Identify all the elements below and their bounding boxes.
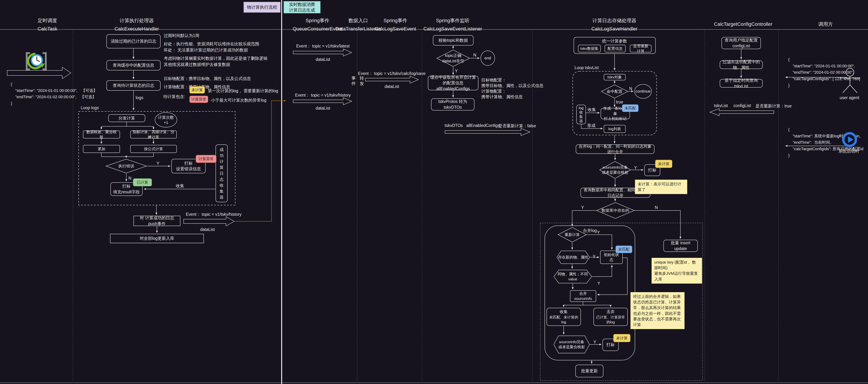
shape-sourceinfo-complete-2: sourceInfo完备 或者是聚合映射 xyxy=(553,335,590,354)
decision-hit-config: 命中配置 xyxy=(601,85,628,98)
node-push-event: 对 计算成功的日志 push事件 xyxy=(133,216,180,226)
half-divider xyxy=(281,0,282,384)
badge-uncalculated: 未计算 xyxy=(189,86,205,93)
edge-label-form: 形成 xyxy=(587,123,595,128)
edge-label-y: Y xyxy=(157,161,159,166)
edge-label-n: N xyxy=(629,86,632,91)
edge-label-collect: 收集 xyxy=(176,183,184,189)
controller-out-tskvlist: tskvList xyxy=(714,103,728,108)
note-config-detail: 目标物配置： 携带目标物、属性，以及公式信息 计算物配置： 携带计算物、属性信息 xyxy=(481,77,544,100)
note-unique-key: unique key (配置id， 数据时间) 避免多JVM运行导致重复入库 xyxy=(652,258,702,284)
node-batch-insert-update: 批量 insert update xyxy=(663,240,698,252)
note-repair: 其他情况就通过数据维护去修复数据 xyxy=(164,62,230,67)
edge-label-n: N xyxy=(655,205,658,210)
push-event-arrow xyxy=(184,217,234,226)
node-validate-topic: 校验topic和数据 xyxy=(433,35,473,46)
legend-realtime-label: 实时数据消费 计算日志生成 xyxy=(289,2,315,13)
node-continue: continue xyxy=(634,84,652,98)
event-history-topic-label: Event： topic = v1/tskv/history xyxy=(295,92,351,98)
node-get-enabled-configs: 缓存中获取所有开启计算的配置信息 allEnabledConfigs xyxy=(428,76,478,90)
task-params-json: { "startTime": "2024-01-01 00:00:00", 【可… xyxy=(11,81,97,107)
param-tskv-dataset: tskv数据集 xyxy=(578,45,601,52)
note-cons: 坏处： 无法重新计算过期的已计算成功的数据 xyxy=(164,47,248,53)
edge-label-y: Y xyxy=(597,230,600,235)
badge-uncalculated-3: 未计算 xyxy=(613,334,630,342)
badge-calculated: 已计算 xyxy=(133,178,152,186)
shape-new-attr: 存在新的物、属性 xyxy=(556,250,590,264)
param-recalc-flag: 是否重新计算 xyxy=(630,45,652,52)
event-save-payload-label: dataList xyxy=(384,84,399,89)
listener-out-configs: allEnabledConfigs xyxy=(466,123,500,128)
loop-logs-label: Loop logs xyxy=(81,106,99,110)
event-save-topic-label: Event： topic = v1/tskv/calc/log/save xyxy=(358,71,426,77)
node-merge-log: 合并log：同一配置、同一时刻的日志对象进行合并 xyxy=(576,144,654,154)
node-end: end xyxy=(480,51,495,66)
note-pros: 好处：执行性能、资源消耗可以维持在比较乐观范围 xyxy=(164,41,259,47)
lane-header-datatransferlistener: 数据入口DataTransferListener xyxy=(336,17,381,33)
decision-exists-in-db: 数据库中存在的 xyxy=(596,202,634,219)
edge-label-y: Y xyxy=(593,254,595,259)
loop-tskvlist-label: Loop tskvList xyxy=(575,65,599,70)
note-uncalculated-desc: 第一次计算的log， 需要重新计算的log xyxy=(208,88,278,94)
event-latest-arrow xyxy=(293,49,352,56)
listener-out-recalc-false: 是否重新计算：false xyxy=(498,123,536,129)
node-batch-update: 批量更新 xyxy=(576,365,603,377)
badge-unmatched-2: 未匹配 xyxy=(616,245,632,253)
history-feedback-wire xyxy=(234,101,286,221)
node-merge-sourceinfo: 合并 sourceInfo xyxy=(570,290,596,302)
node-tskv-object: tskv对象 xyxy=(604,74,626,80)
legend-realtime: 实时数据消费 计算日志生成 xyxy=(284,1,320,13)
decision-topic-valid: topic正确 dataList非空 xyxy=(436,50,470,67)
forward-label-right: 转 发 xyxy=(360,76,364,86)
lane-header-calctask: 定时调度CalcTask xyxy=(37,17,57,33)
scheduled-task-icon xyxy=(25,50,48,72)
node-query-pending-logs: 查询待计算状态的日志 xyxy=(106,80,160,91)
listener-output-arrow xyxy=(445,128,530,136)
node-data-mapping: 数据映射、聚合映射 xyxy=(83,130,120,139)
decision-exec-error: 执行错误 xyxy=(105,159,147,173)
event-history-payload-label: dataList xyxy=(316,106,330,111)
edge-label-y: Y xyxy=(634,166,637,170)
unified-params-title: 统一计算参数 xyxy=(602,38,627,44)
event-latest-payload-label: dataList xyxy=(316,57,330,62)
node-discard-logs: 丢弃已计算、计算异常的log xyxy=(593,308,628,326)
lane-separators xyxy=(73,30,778,382)
node-query-user-config: 查询用户指定配置 configList xyxy=(721,37,761,49)
controller-out-recalc-true: 是否重新计算：true xyxy=(755,103,792,109)
user-agent-icon xyxy=(837,67,864,94)
edge-label-y: Y xyxy=(593,340,596,345)
note-target-config: 目标物配置：携带目标物、属性，以及公式信息 xyxy=(164,76,251,82)
node-query-cached-config: 查询缓存中的配置信息 xyxy=(106,60,160,70)
lane-header-queueconsumerevent: Spring事件QueueConsumerEvent xyxy=(293,17,342,33)
system-boot-label: 系统启动时 xyxy=(838,148,859,154)
note-merge-logic: 经过上面的合并逻辑，如果状态仍然是已计算、计算异常，那么其再次计算的结果也必与之… xyxy=(630,292,685,329)
node-indicator-calc: 指标计算、高级计算、分摊计算 xyxy=(130,130,177,139)
node-clear-expired-logs: 清除过期的已计算的日志 xyxy=(106,34,160,49)
lane-header-calclogsaveeventlistener: Spring事件监听CalcLogSaveEventListener xyxy=(423,17,482,33)
node-formula-calc: 按公式计算 xyxy=(130,145,177,153)
edge-label-y: Y xyxy=(597,281,600,286)
user-agent-label: user agent xyxy=(840,95,859,100)
node-log-collector: log 收 集 器 xyxy=(576,105,586,124)
badge-calc-error: 计算异常 xyxy=(189,96,208,103)
note-expire-default: 过期时间默认为1周 xyxy=(164,33,199,38)
node-convert-protos: tskvProtos 转为 tskvDTOs xyxy=(431,98,474,111)
edge-label-n: N xyxy=(473,53,476,58)
edge-label-logs: logs xyxy=(136,95,143,100)
node-dispatch-calc: 分发计算 xyxy=(108,114,145,122)
event-save-arrow xyxy=(365,76,418,83)
edge-label-true: true xyxy=(616,100,623,105)
listener-out-tskvdtos: tskvDTOs xyxy=(445,123,463,128)
node-accumulate: 累加 xyxy=(83,145,120,153)
node-log-list: log列表 xyxy=(604,125,626,133)
badge-uncalculated-2: 未计算 xyxy=(655,160,672,168)
lane-header-calclogsaveevent: Spring事件CalcLogSaveEvent xyxy=(375,17,416,33)
lane-header-calcexecutehandler: 计算执行处理器CalcExecuteHandler xyxy=(115,17,159,33)
node-success-log-collector: 成 功 计 算 日 志 收 集 器 xyxy=(216,144,228,202)
event-latest-topic-label: Event： topic = v1/tskv/latest xyxy=(296,43,349,49)
decision-sourceinfo-complete: sourceInfo完备 或者是聚合映射 xyxy=(599,161,631,179)
forward-label-left: 事 件 xyxy=(351,76,356,86)
edge-label-n: N xyxy=(128,176,131,181)
decision-recalc: 重新计算 xyxy=(558,227,587,242)
node-query-tskvlist-by-time: 基于指定时间查询 tskvList xyxy=(720,79,763,88)
